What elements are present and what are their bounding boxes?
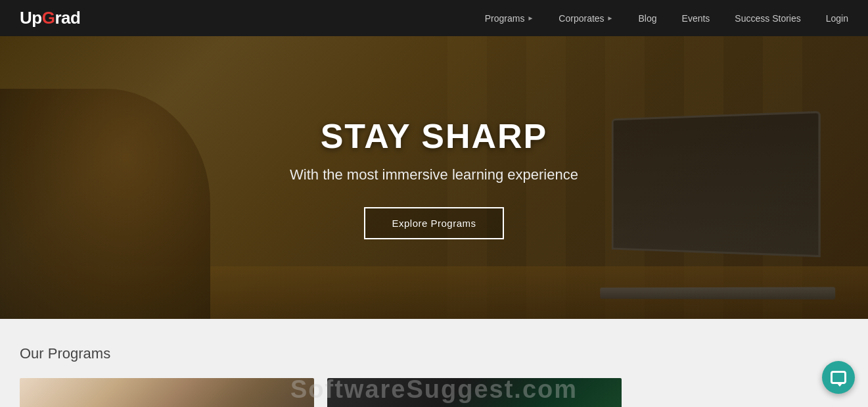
- logo-up: Up: [20, 8, 42, 28]
- chat-icon: [831, 371, 846, 384]
- hero-title: STAY SHARP: [290, 116, 578, 156]
- nav-link-events[interactable]: Events: [682, 13, 710, 24]
- nav-item-success-stories[interactable]: Success Stories: [735, 13, 800, 24]
- chat-button[interactable]: [822, 361, 855, 394]
- person-silhouette: [0, 89, 210, 319]
- nav-item-programs[interactable]: Programs ►: [485, 13, 534, 24]
- nav-link-success-stories[interactable]: Success Stories: [735, 13, 800, 24]
- nav-link-programs[interactable]: Programs ►: [485, 13, 534, 24]
- laptop-screen: [612, 111, 821, 257]
- programs-cards-container: [20, 378, 848, 407]
- nav-item-login[interactable]: Login: [826, 13, 848, 24]
- laptop-decoration: [566, 115, 815, 299]
- nav-item-blog[interactable]: Blog: [639, 13, 657, 24]
- nav-item-events[interactable]: Events: [682, 13, 710, 24]
- programs-section-title: Our Programs: [20, 345, 848, 362]
- laptop-base: [600, 287, 835, 299]
- nav-link-blog[interactable]: Blog: [639, 13, 657, 24]
- programs-arrow-icon: ►: [527, 14, 534, 22]
- nav-links: Programs ► Corporates ► Blog Events Succ…: [485, 13, 848, 24]
- program-card-tech[interactable]: [327, 378, 622, 407]
- nav-item-corporates[interactable]: Corporates ►: [559, 13, 613, 24]
- logo-g: G: [42, 8, 55, 28]
- navbar: UpGrad Programs ► Corporates ► Blog Even…: [0, 0, 868, 36]
- logo-rad: rad: [55, 8, 80, 28]
- programs-section: Our Programs SoftwareSuggest.com: [0, 319, 868, 407]
- explore-programs-button[interactable]: Explore Programs: [364, 207, 503, 239]
- hero-subtitle: With the most immersive learning experie…: [290, 166, 578, 183]
- nav-link-login[interactable]: Login: [826, 13, 848, 24]
- program-card-finance[interactable]: [20, 378, 314, 407]
- logo[interactable]: UpGrad: [20, 8, 80, 28]
- hero-section: STAY SHARP With the most immersive learn…: [0, 36, 868, 319]
- nav-link-corporates[interactable]: Corporates ►: [559, 13, 613, 24]
- corporates-arrow-icon: ►: [607, 14, 614, 22]
- hero-content: STAY SHARP With the most immersive learn…: [290, 116, 578, 239]
